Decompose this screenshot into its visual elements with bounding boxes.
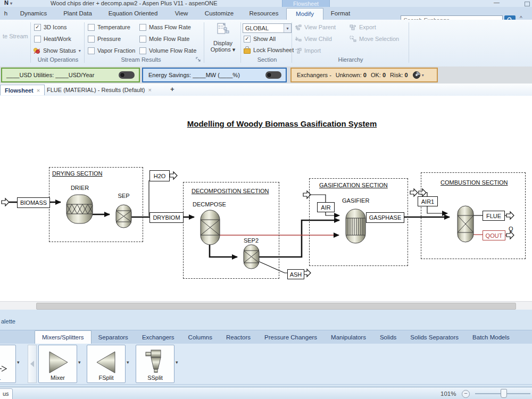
ssplit-dropdown-arrow[interactable]: ▾ [176, 360, 178, 365]
exchangers-status-icon[interactable] [412, 71, 421, 79]
horizontal-scrollbar[interactable] [0, 301, 532, 310]
ribbon-tab-resources[interactable]: Resources [242, 8, 286, 19]
checkbox-pressure[interactable]: Pressure [88, 35, 121, 43]
stream-box-qout[interactable]: QOUT [483, 230, 505, 240]
palette-tab-columns[interactable]: Columns [181, 331, 219, 344]
economics-toggle[interactable] [119, 71, 135, 79]
energy-toggle[interactable] [265, 71, 281, 79]
palette-item-mixer[interactable]: Mixer [38, 345, 77, 383]
flowsheet-canvas[interactable]: Modelling of Woody Biomass Gasification … [0, 96, 532, 301]
app-window: N ▾ Wood chips drier + decomp.apw2 - Asp… [0, 0, 532, 399]
move-selection-button[interactable]: Move Selection [350, 35, 399, 43]
fsplit-dropdown-arrow[interactable]: ▾ [127, 360, 129, 365]
stream-box-gasphase[interactable]: GASPHASE [366, 212, 404, 223]
ribbon-tab-customize[interactable]: Customize [197, 8, 242, 19]
checkbox-temperature[interactable]: Temperature [88, 23, 130, 31]
checkbox-box[interactable] [88, 36, 95, 43]
stream-box-flue[interactable]: FLUE [483, 211, 505, 221]
palette-scroll-left[interactable] [28, 345, 37, 383]
ribbon-tab-plant-data[interactable]: Plant Data [55, 8, 100, 19]
checkbox-box[interactable]: ✓ [244, 36, 251, 43]
close-icon[interactable]: × [148, 87, 151, 93]
group-label-unit-operations: Unit Operations [32, 56, 84, 63]
palette-tab-solids-separators[interactable]: Solids Separators [403, 331, 466, 344]
stream-box-ash[interactable]: ASH [287, 269, 304, 279]
contextual-tab-flowsheet[interactable]: Flowsheet [282, 0, 330, 7]
output-arrow-h2o [170, 172, 177, 179]
checkbox-box[interactable] [139, 24, 146, 31]
palette-tab-manipulators[interactable]: Manipulators [324, 331, 373, 344]
material-dropdown-arrow[interactable]: ▾ [17, 360, 20, 365]
mixer-dropdown-arrow[interactable]: ▾ [78, 360, 81, 365]
stream-box-drybiom[interactable]: DRYBIOM [149, 212, 184, 223]
section-combobox[interactable]: GLOBAL ▾ [243, 23, 292, 33]
doc-tab-label: FLUE (MATERIAL) - Results (Default) [47, 87, 145, 93]
palette-tab-reactors[interactable]: Reactors [219, 331, 257, 344]
new-tab-button[interactable]: + [170, 85, 174, 93]
checkbox-box[interactable] [88, 24, 95, 31]
doc-tab-flue-results[interactable]: FLUE (MATERIAL) - Results (Default) × [43, 85, 156, 95]
ribbon-tab-equation-oriented[interactable]: Equation Oriented [100, 8, 166, 19]
ribbon-tab-dynamics[interactable]: Dynamics [12, 8, 55, 19]
palette-tab-batch-models[interactable]: Batch Models [466, 331, 517, 344]
exchangers-panel: Exchangers - Unknown: 0 OK: 0 Risk: 0 ▾ [290, 68, 438, 82]
section-combustion: COMBUSTION SECTION [421, 172, 526, 259]
show-status-button[interactable]: Show Status ▾ [33, 47, 81, 54]
checkbox-heat-work[interactable]: Heat/Work [34, 35, 71, 43]
stream-box-air1[interactable]: AIR1 [418, 196, 438, 206]
checkbox-box[interactable] [34, 36, 41, 43]
material-stream-button[interactable]: IAL [0, 345, 16, 383]
ribbon-tab-modify[interactable]: Modify [286, 8, 323, 20]
zoom-out-button[interactable]: − [462, 390, 470, 398]
palette-tab-pressure-changers[interactable]: Pressure Changers [257, 331, 324, 344]
checkbox-volume-flow-rate[interactable]: Volume Flow Rate [139, 47, 196, 54]
view-child-icon [295, 36, 302, 42]
risk-count: 0 [405, 72, 408, 78]
checkbox-show-all[interactable]: ✓ Show All [244, 35, 276, 43]
palette-item-ssplit[interactable]: SSplit [136, 345, 174, 383]
ribbon-tab-partial[interactable]: h [0, 8, 12, 19]
scrollbar-thumb[interactable] [36, 303, 516, 310]
stream-box-biomass[interactable]: BIOMASS [17, 197, 50, 208]
stream-box-air[interactable]: AIR [317, 202, 335, 212]
checkbox-box[interactable] [88, 47, 95, 54]
import-button[interactable]: Import [295, 47, 321, 54]
minimize-button[interactable]: — [494, 0, 500, 5]
view-parent-button[interactable]: View Parent [295, 23, 336, 31]
palette-tab-mixers-splitters[interactable]: Mixers/Splitters [35, 330, 92, 344]
checkbox-3d-icons[interactable]: ✓ 3D Icons [34, 23, 66, 31]
checkbox-box[interactable] [139, 47, 146, 54]
group-separator [84, 22, 85, 63]
checkbox-mole-flow-rate[interactable]: Mole Flow Rate [139, 35, 189, 43]
checkbox-label: Mole Flow Rate [149, 36, 189, 42]
model-palette: alette Mixers/Splitters Separators Excha… [0, 310, 532, 387]
zoom-slider-thumb[interactable] [501, 389, 507, 398]
checkbox-box[interactable] [139, 36, 146, 43]
palette-item-fsplit[interactable]: FSplit [87, 345, 126, 383]
palette-tab-exchangers[interactable]: Exchangers [135, 331, 181, 344]
close-icon[interactable]: × [37, 87, 40, 94]
palette-tab-solids[interactable]: Solids [373, 331, 403, 344]
doc-tab-flowsheet[interactable]: Flowsheet × [0, 85, 45, 95]
ribbon-item-partial-stream[interactable]: te Stream [3, 33, 28, 39]
palette-tab-separators[interactable]: Separators [92, 331, 135, 344]
export-button[interactable]: Export [350, 23, 376, 31]
checkbox-vapor-fraction[interactable]: Vapor Fraction [88, 47, 135, 54]
combobox-dropdown-button[interactable]: ▾ [284, 24, 291, 32]
group-label-hierarchy: Hierarchy [293, 56, 409, 63]
fsplit-label: FSplit [98, 375, 113, 383]
dialog-launcher-icon[interactable] [196, 57, 201, 62]
section-label-decomposition: DECOMPOSITION SECTION [192, 188, 269, 194]
quick-access-toolbar[interactable]: N ▾ [4, 0, 12, 6]
chevron-down-icon[interactable]: ▾ [422, 73, 424, 78]
stream-box-h2o[interactable]: H2O [149, 170, 170, 181]
checkbox-mass-flow-rate[interactable]: Mass Flow Rate [139, 23, 191, 31]
lock-flowsheet-button[interactable]: Lock Flowsheet [244, 46, 294, 54]
view-child-button[interactable]: View Child [295, 35, 332, 43]
checkbox-box[interactable]: ✓ [34, 24, 41, 31]
display-options-button[interactable]: Display Options ▾ [206, 23, 239, 53]
ribbon-tab-view[interactable]: View [166, 8, 197, 19]
restore-button[interactable] [525, 2, 530, 6]
status-partial-tab[interactable]: us [0, 388, 13, 399]
ribbon-tab-format[interactable]: Format [322, 8, 359, 19]
